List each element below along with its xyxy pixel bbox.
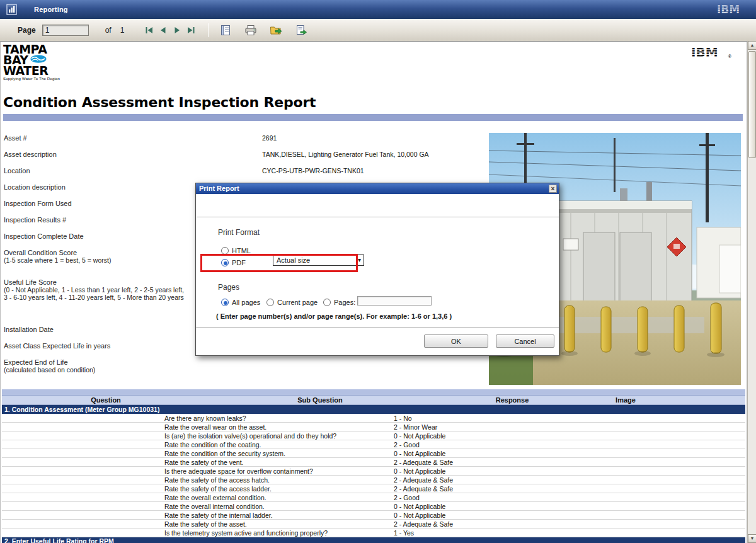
table-row: Rate the condition of the coating.2 - Go… bbox=[2, 440, 745, 449]
ibm-logo-topbar: IBM bbox=[717, 3, 747, 18]
table-row: Rate the safety of the access ladder.2 -… bbox=[2, 484, 745, 493]
scroll-up-button[interactable]: ▲ bbox=[748, 41, 756, 50]
field-useful-life-score: Useful Life Score (0 - Not Applicable, 1… bbox=[4, 278, 199, 301]
dialog-message-area bbox=[196, 194, 559, 217]
previous-page-button[interactable] bbox=[157, 24, 169, 36]
field-location: Location bbox=[4, 167, 199, 174]
page-range-label[interactable]: Pages: bbox=[334, 299, 355, 306]
table-row: Rate the safety of the access hatch.2 - … bbox=[2, 476, 745, 484]
table-top-strip bbox=[2, 389, 745, 396]
table-row: Is (are) the isolation valve(s) operatio… bbox=[2, 432, 745, 440]
print-report-dialog: Print Report × Print Format HTML PDF Act… bbox=[195, 183, 559, 356]
chevron-down-icon: ▾ bbox=[358, 255, 361, 265]
pages-range-input[interactable] bbox=[357, 296, 432, 306]
toolbar-separator bbox=[208, 23, 209, 37]
section-header-useful-life-rating: 2. Enter Useful Life Rating for RPM bbox=[2, 537, 745, 543]
value-location: CYC-PS-UTB-PWR-GENS-TNK01 bbox=[262, 167, 364, 174]
column-header-response: Response bbox=[437, 396, 588, 404]
html-radio[interactable] bbox=[221, 247, 229, 254]
dialog-button-row: OK Cancel bbox=[196, 327, 559, 355]
field-asset-number: Asset # bbox=[4, 134, 199, 142]
ok-button[interactable]: OK bbox=[424, 334, 488, 348]
html-format-option: HTML bbox=[221, 244, 251, 256]
logo-tagline: Supplying Water To The Region bbox=[3, 77, 54, 81]
cancel-button[interactable]: Cancel bbox=[496, 334, 554, 348]
field-installation-date: Installation Date bbox=[4, 326, 199, 333]
table-row: Is there adequate space for overflow con… bbox=[2, 467, 745, 476]
table-row: Rate the safety of the vent.2 - Adequate… bbox=[2, 458, 745, 467]
current-page-label[interactable]: Current page bbox=[277, 299, 318, 306]
app-title: Reporting bbox=[34, 6, 68, 13]
value-asset-description: TANK,DIESEL, Lighting Generator Fuel Tan… bbox=[262, 151, 429, 158]
table-row: Rate the overall internal condition.0 - … bbox=[2, 502, 745, 511]
reporting-app-icon bbox=[6, 3, 19, 16]
table-header-row: Question Sub Question Response Image bbox=[2, 396, 745, 405]
svg-text:IBM: IBM bbox=[691, 45, 718, 59]
scroll-down-button[interactable]: ▼ bbox=[748, 534, 756, 543]
ibm-logo-report: IBM ® bbox=[691, 45, 731, 59]
current-page-option: Current page bbox=[266, 296, 318, 307]
dialog-body: Print Format HTML PDF Actual size ▾ Page… bbox=[196, 218, 559, 328]
last-page-button[interactable] bbox=[185, 24, 197, 36]
pdf-size-selected-value: Actual size bbox=[277, 256, 310, 264]
all-pages-option: All pages bbox=[221, 296, 260, 307]
table-row: Rate the safety of the asset.2 - Adequat… bbox=[2, 520, 745, 529]
page-range-hint: ( Enter page number(s) and/or page range… bbox=[216, 312, 452, 320]
top-banner: Reporting IBM bbox=[0, 0, 756, 19]
table-row: Rate the overall wear on the asset.2 - M… bbox=[2, 423, 745, 432]
current-page-radio[interactable] bbox=[266, 299, 274, 306]
table-row: Is the telemetry system active and funct… bbox=[2, 529, 745, 537]
vertical-scrollbar[interactable]: ▲ ▼ bbox=[747, 41, 756, 543]
page-nav-group bbox=[143, 24, 197, 36]
table-of-contents-button[interactable] bbox=[217, 23, 234, 38]
value-asset-number: 2691 bbox=[262, 134, 277, 142]
export-data-button[interactable] bbox=[293, 23, 309, 38]
field-asset-class-expected-life: Asset Class Expected Life in years bbox=[4, 342, 199, 350]
all-pages-label[interactable]: All pages bbox=[232, 299, 260, 306]
page-range-radio[interactable] bbox=[323, 299, 331, 306]
logo-line-water: WATER bbox=[3, 66, 54, 76]
pdf-size-select[interactable]: Actual size ▾ bbox=[273, 254, 364, 266]
title-underline-bar bbox=[3, 114, 743, 121]
registered-mark: ® bbox=[728, 54, 731, 59]
pdf-format-option: PDF Actual size ▾ bbox=[221, 256, 246, 268]
section-header-condition-assessment: 1. Condition Assessment (Meter Group MG1… bbox=[2, 405, 745, 414]
column-header-image: Image bbox=[569, 396, 682, 404]
page-range-option: Pages: bbox=[323, 296, 355, 307]
field-asset-description: Asset description bbox=[4, 151, 199, 158]
first-page-button[interactable] bbox=[143, 24, 155, 36]
page-label: Page bbox=[18, 26, 36, 35]
print-report-button[interactable] bbox=[243, 23, 259, 38]
field-location-description: Location description bbox=[4, 183, 199, 191]
pdf-radio[interactable] bbox=[221, 259, 229, 266]
page-count: of1 bbox=[105, 26, 125, 35]
table-row: Rate the safety of the internal ladder.0… bbox=[2, 511, 745, 520]
pages-label: Pages bbox=[218, 283, 239, 292]
table-row: Rate the condition of the security syste… bbox=[2, 449, 745, 458]
column-header-sub-question: Sub Question bbox=[210, 396, 430, 404]
column-header-question: Question bbox=[2, 396, 210, 404]
report-title: Condition Assessment Inspection Report bbox=[3, 94, 316, 110]
pdf-radio-label[interactable]: PDF bbox=[232, 259, 246, 266]
svg-text:IBM: IBM bbox=[717, 3, 740, 16]
export-report-button[interactable] bbox=[268, 23, 284, 38]
field-overall-condition-score: Overall Condition Score (1-5 scale where… bbox=[4, 249, 199, 264]
next-page-button[interactable] bbox=[171, 24, 183, 36]
print-format-label: Print Format bbox=[218, 228, 260, 237]
dialog-title: Print Report bbox=[199, 185, 239, 192]
field-inspection-form-used: Inspection Form Used bbox=[4, 200, 199, 207]
page-number-input[interactable] bbox=[42, 25, 89, 36]
table-row: Rate the overall external condition.2 - … bbox=[2, 493, 745, 502]
dialog-titlebar[interactable]: Print Report × bbox=[196, 183, 559, 194]
dialog-close-button[interactable]: × bbox=[549, 185, 557, 193]
scrollbar-thumb[interactable] bbox=[748, 51, 756, 158]
field-expected-end-of-life: Expected End of Life (calculated based o… bbox=[4, 358, 199, 374]
table-row: Are there any known leaks?1 - No bbox=[2, 414, 745, 423]
field-inspection-complete-date: Inspection Complete Date bbox=[4, 232, 199, 240]
pages-options-row: All pages Current page Pages: bbox=[221, 296, 549, 307]
table-body: Are there any known leaks?1 - No Rate th… bbox=[2, 414, 745, 537]
field-inspection-results-number: Inspection Results # bbox=[4, 216, 199, 224]
report-viewer-toolbar: Page of1 bbox=[0, 19, 756, 42]
all-pages-radio[interactable] bbox=[221, 299, 229, 306]
html-radio-label[interactable]: HTML bbox=[232, 247, 251, 254]
